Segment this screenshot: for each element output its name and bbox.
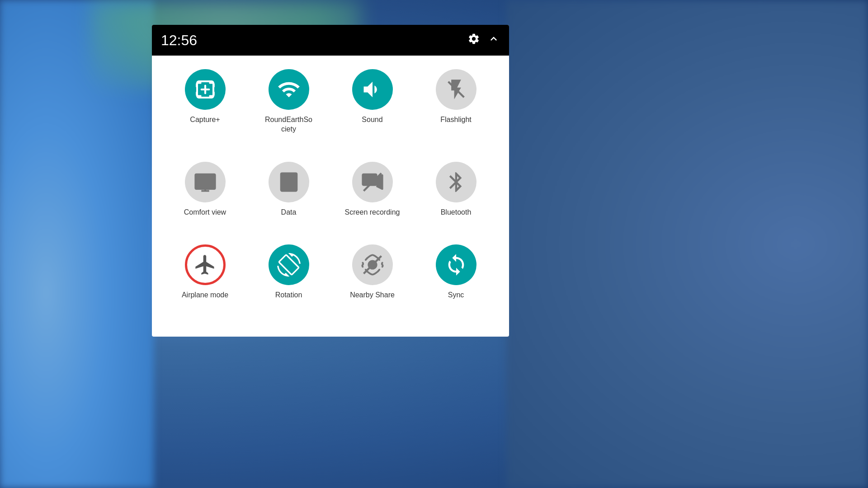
qs-item-comfort-view[interactable]: Comfort view [165, 162, 245, 240]
data-label: Data [281, 208, 297, 217]
round-earth-society-label: RoundEarthSociety [265, 115, 312, 134]
round-earth-society-button[interactable] [269, 69, 309, 110]
qs-item-airplane-mode[interactable]: Airplane mode [165, 244, 245, 323]
header-actions [467, 33, 500, 48]
bg-right [506, 0, 868, 488]
settings-icon[interactable] [467, 33, 480, 48]
airplane-mode-label: Airplane mode [182, 291, 228, 300]
bluetooth-button[interactable] [436, 162, 476, 202]
rotation-button[interactable] [269, 244, 309, 285]
flashlight-label: Flashlight [440, 115, 471, 125]
capture-plus-button[interactable] [185, 69, 226, 110]
qs-item-sync[interactable]: Sync [416, 244, 495, 323]
comfort-view-button[interactable] [185, 162, 226, 202]
qs-item-data[interactable]: Data [249, 162, 328, 240]
qs-item-rotation[interactable]: Rotation [249, 244, 328, 323]
airplane-mode-button[interactable] [185, 244, 226, 285]
sync-button[interactable] [436, 244, 476, 285]
qs-item-screen-recording[interactable]: Screen recording [333, 162, 412, 240]
qs-item-flashlight[interactable]: Flashlight [416, 69, 495, 157]
sound-label: Sound [362, 115, 382, 125]
sound-button[interactable] [352, 69, 393, 110]
status-bar: 12:56 [152, 25, 509, 56]
screen-recording-label: Screen recording [345, 208, 400, 217]
collapse-icon[interactable] [487, 33, 500, 48]
bluetooth-label: Bluetooth [441, 208, 472, 217]
capture-plus-label: Capture+ [190, 115, 220, 125]
quick-settings-grid: Capture+ RoundEarthSociety Sound [152, 56, 509, 337]
data-button[interactable] [269, 162, 309, 202]
qs-item-sound[interactable]: Sound [333, 69, 412, 157]
quick-settings-panel: 12:56 [152, 25, 509, 337]
nearby-share-button[interactable] [352, 244, 393, 285]
qs-item-round-earth-society[interactable]: RoundEarthSociety [249, 69, 328, 157]
qs-item-nearby-share[interactable]: Nearby Share [333, 244, 412, 323]
qs-item-bluetooth[interactable]: Bluetooth [416, 162, 495, 240]
sync-label: Sync [448, 291, 464, 300]
clock: 12:56 [161, 32, 197, 49]
rotation-label: Rotation [275, 291, 302, 300]
nearby-share-label: Nearby Share [350, 291, 395, 300]
qs-item-capture-plus[interactable]: Capture+ [165, 69, 245, 157]
flashlight-button[interactable] [436, 69, 476, 110]
screen-recording-button[interactable] [352, 162, 393, 202]
comfort-view-label: Comfort view [184, 208, 226, 217]
